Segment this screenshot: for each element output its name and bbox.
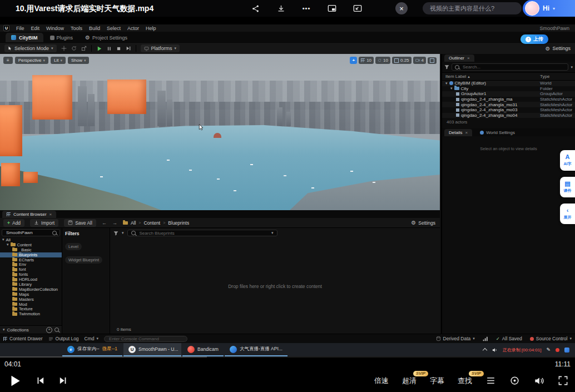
expand-caret-icon[interactable]: ▾ xyxy=(445,81,448,86)
filter-level[interactable]: Level xyxy=(65,243,82,250)
tab-content-browser[interactable]: Content Browser × xyxy=(2,211,56,218)
menu-item-help[interactable]: Help xyxy=(146,26,156,31)
taskbar-item-unreal[interactable]: U SmoothPawn - U... xyxy=(123,343,181,356)
video-frame[interactable]: U File Edit Window Tools Build Select Ac… xyxy=(0,24,575,356)
find-button[interactable]: 查找 SVIP xyxy=(458,376,472,386)
menu-item-actor[interactable]: Actor xyxy=(127,26,139,31)
all-saved-button[interactable]: ✓ All Saved xyxy=(496,336,522,341)
sources-search-box[interactable] xyxy=(2,229,60,236)
close-icon[interactable]: × xyxy=(395,2,408,14)
volume-icon[interactable] xyxy=(533,375,544,386)
tree-item[interactable]: MapBorderCollection xyxy=(0,287,62,292)
column-type[interactable]: Type xyxy=(540,74,549,79)
outliner-row[interactable]: qingdao_2-4_zhangla_mo03 StaticMeshActor xyxy=(442,107,575,113)
close-icon[interactable]: × xyxy=(467,56,470,61)
play-button[interactable] xyxy=(8,374,22,388)
cmd-dropdown[interactable]: Cmd ▾ xyxy=(85,336,98,341)
menu-item-edit[interactable]: Edit xyxy=(31,26,40,31)
volume-tray-icon[interactable] xyxy=(492,347,498,353)
tree-item[interactable]: fonts xyxy=(0,272,62,277)
maximize-viewport-icon[interactable] xyxy=(428,57,437,64)
tree-item[interactable]: ECharts xyxy=(0,257,62,262)
courseware-tool[interactable]: ▤ 课件 xyxy=(560,177,575,197)
rotation-snap-toggle[interactable]: 10 xyxy=(375,57,390,64)
taskbar-item-browser[interactable]: e 保存室内-- 微星--1 xyxy=(62,343,122,356)
playlist-icon[interactable] xyxy=(485,375,496,386)
tray-expand-icon[interactable] xyxy=(482,348,487,353)
tab-plugins[interactable]: Plugins xyxy=(44,33,79,42)
quality-button[interactable]: 超清 SVIP xyxy=(402,376,417,386)
output-log-button[interactable]: Output Log xyxy=(48,336,79,341)
derived-data-button[interactable]: Derived Data ▾ xyxy=(436,336,475,341)
scale-tool-icon[interactable] xyxy=(81,46,87,51)
tree-item[interactable]: font xyxy=(0,267,62,272)
transform-gizmo-icon[interactable]: + xyxy=(350,57,357,64)
tab-details[interactable]: Details × xyxy=(444,129,472,136)
save-all-button[interactable]: Save All xyxy=(64,219,96,227)
menu-item-build[interactable]: Build xyxy=(89,26,100,31)
tree-item[interactable]: HDRLood xyxy=(0,277,62,282)
tab-level[interactable]: CityBIM xyxy=(6,33,43,42)
breadcrumb-all[interactable]: All xyxy=(131,220,136,226)
outliner-search-box[interactable] xyxy=(452,63,568,71)
ai-subtitle-tool[interactable]: A AI字 xyxy=(560,150,575,171)
fullscreen-icon[interactable] xyxy=(558,375,568,386)
more-icon[interactable]: ••• xyxy=(301,3,311,13)
tab-outliner[interactable]: Outliner × xyxy=(444,54,474,62)
console-command-box[interactable] xyxy=(104,336,187,342)
tree-item[interactable]: Library xyxy=(0,282,62,287)
user-menu[interactable]: Hi ▾ xyxy=(523,0,575,17)
filter-icon[interactable] xyxy=(444,64,449,70)
tree-item[interactable]: Maps xyxy=(0,292,62,297)
breadcrumb-content[interactable]: Content xyxy=(143,220,160,226)
tab-project-settings[interactable]: ⚙ Project Settings xyxy=(80,33,133,42)
import-button[interactable]: Import xyxy=(30,219,58,227)
filter-icon[interactable] xyxy=(113,231,118,236)
column-item-label[interactable]: Item Label xyxy=(445,74,466,79)
close-icon[interactable]: × xyxy=(49,212,52,217)
upload-button[interactable]: ↑ 上传 xyxy=(521,34,548,44)
forward-icon[interactable]: → xyxy=(112,220,117,226)
record-dot-icon[interactable] xyxy=(556,348,559,352)
sources-search-input[interactable] xyxy=(5,230,50,236)
mini-player-icon[interactable] xyxy=(353,3,363,13)
selection-mode-dropdown[interactable]: Selection Mode ▾ xyxy=(4,44,57,52)
tree-item[interactable]: Masters xyxy=(0,297,62,302)
outliner-search-input[interactable] xyxy=(462,64,565,70)
speed-button[interactable]: 倍速 xyxy=(374,376,389,386)
play-in-editor-icon[interactable] xyxy=(96,46,102,52)
tree-item[interactable]: Env xyxy=(0,262,62,267)
subtitle-button[interactable]: 字幕 xyxy=(430,376,444,386)
share-icon[interactable] xyxy=(250,3,260,13)
camera-speed-button[interactable]: 4 xyxy=(413,57,426,64)
network-status-icon[interactable] xyxy=(483,336,488,341)
record-target-icon[interactable] xyxy=(509,375,520,386)
platforms-dropdown[interactable]: Platforms ▾ xyxy=(141,44,180,52)
perspective-dropdown[interactable]: Perspective ▾ xyxy=(15,57,48,64)
tree-item[interactable]: _Basic xyxy=(0,247,62,252)
asset-search-box[interactable]: ▾ xyxy=(127,230,277,236)
tab-world-settings[interactable]: World Settings xyxy=(474,129,521,136)
menu-item-file[interactable]: File xyxy=(16,26,24,31)
menu-item-tools[interactable]: Tools xyxy=(71,26,82,31)
tree-item-all[interactable]: ▾All xyxy=(0,237,62,242)
ai-question-input[interactable] xyxy=(429,4,515,12)
pip-icon[interactable] xyxy=(327,3,337,13)
back-icon[interactable]: ← xyxy=(102,220,107,226)
outliner-settings-icon[interactable]: ▾ xyxy=(571,65,573,70)
outliner-row[interactable]: ▾ City Folder xyxy=(442,86,575,92)
breadcrumb-blueprints[interactable]: Blueprints xyxy=(168,220,189,226)
console-command-input[interactable] xyxy=(108,336,184,342)
pencil-icon[interactable]: ✎ xyxy=(546,347,551,353)
progress-bar[interactable] xyxy=(0,356,575,358)
taskbar-item-bandicam[interactable]: Bandicam xyxy=(182,343,224,356)
content-drawer-button[interactable]: Content Drawer xyxy=(3,336,43,341)
tree-item[interactable]: Mod xyxy=(0,302,62,307)
expand-caret-icon[interactable]: ▾ xyxy=(450,86,453,91)
scale-snap-toggle[interactable]: 0.25 xyxy=(392,57,412,64)
outliner-row[interactable]: qingdao_2-4_zhangla_mo31 StaticMeshActor xyxy=(442,102,575,107)
close-icon[interactable]: × xyxy=(465,130,468,135)
menu-item-window[interactable]: Window xyxy=(46,26,64,31)
grid-snap-toggle[interactable]: 10 xyxy=(359,57,374,64)
menu-item-select[interactable]: Select xyxy=(107,26,121,31)
